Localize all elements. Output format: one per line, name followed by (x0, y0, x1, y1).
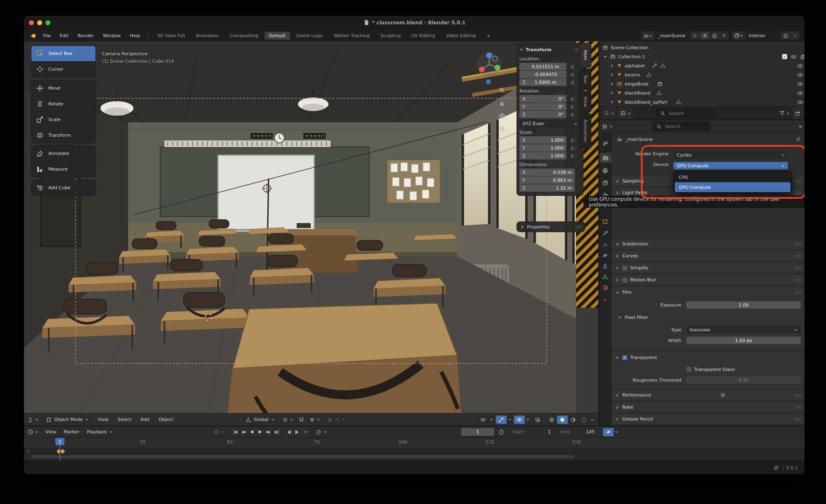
film-header[interactable]: Film (612, 288, 804, 297)
timeline-display-dropdown[interactable] (603, 428, 619, 436)
stopwatch-icon[interactable] (498, 429, 505, 435)
presets-sliders-icon[interactable] (720, 392, 726, 398)
workspace-tab-animation[interactable]: Animation (191, 32, 224, 40)
camera-visibility-icon[interactable] (800, 54, 805, 60)
snap-magnet-icon[interactable] (298, 416, 305, 423)
lock-icon[interactable] (570, 72, 575, 77)
pivot-dropdown[interactable] (280, 416, 296, 424)
motion-blur-checkbox[interactable] (622, 278, 627, 283)
scale-x-field[interactable]: X1.000 (519, 136, 567, 144)
section-subdivision[interactable]: Subdivision (612, 240, 805, 248)
view-layer-remove-button[interactable] (790, 31, 800, 40)
outliner-filter-image-dropdown[interactable] (618, 107, 633, 119)
eye-icon[interactable] (797, 99, 803, 105)
scene-pin-button[interactable] (690, 31, 700, 40)
viewport-menu-add[interactable]: Add (137, 417, 153, 422)
lock-icon[interactable] (570, 138, 575, 143)
section-motion-blur[interactable]: Motion Blur (612, 276, 805, 284)
sidebar-tab-animation[interactable]: Animation (579, 113, 591, 149)
outliner-row-beigebook[interactable]: beigeBook (599, 79, 805, 88)
keying-popover-button[interactable] (313, 428, 329, 436)
panel-grip[interactable] (795, 418, 801, 421)
step-options-dropdown[interactable] (301, 428, 309, 436)
gizmo-y-axis[interactable] (495, 65, 500, 71)
pan-hand-icon[interactable] (498, 100, 505, 107)
workspace-tab-default[interactable]: Default (264, 32, 290, 40)
shading-solid-button[interactable] (557, 416, 568, 424)
dimension-x-field[interactable]: X0.038 m (519, 169, 575, 176)
lock-icon[interactable] (570, 153, 575, 159)
rotation-z-field[interactable]: Z0° (519, 111, 567, 118)
sidebar-tab-tool[interactable]: Tool (579, 69, 591, 90)
gizmo-x-axis[interactable] (479, 67, 485, 72)
panel-grip[interactable] (795, 180, 801, 183)
outliner-row-scene-collection[interactable]: Scene Collection (599, 43, 805, 52)
workspace-tab-3d-view-full[interactable]: 3D View Full (152, 32, 189, 40)
outliner-display-mode-dropdown[interactable] (602, 107, 617, 119)
outliner-row-blackboard-uppart[interactable]: blackBoard_upPart (599, 97, 805, 107)
tool-add-cube[interactable]: Add Cube (31, 180, 95, 195)
dimension-z-field[interactable]: Z1.31 m (519, 184, 575, 192)
jump-to-end-button[interactable] (273, 428, 281, 436)
classroom-scene[interactable] (24, 41, 598, 426)
proportional-edit-dropdown[interactable] (324, 416, 348, 424)
lock-icon[interactable] (570, 96, 575, 102)
panel-grip[interactable] (795, 406, 801, 409)
viewport-menu-object[interactable]: Object (155, 417, 177, 422)
playhead[interactable]: 1 (55, 438, 64, 445)
tool-move[interactable]: Move (31, 81, 95, 96)
scale-y-field[interactable]: Y1.000 (519, 144, 567, 152)
properties-search[interactable] (652, 122, 711, 131)
rotation-y-field[interactable]: Y0° (519, 103, 567, 110)
view-layer-name[interactable]: interior (745, 31, 781, 40)
properties-subpanel-collapsed[interactable]: Properties (517, 221, 585, 232)
lock-icon[interactable] (570, 145, 575, 151)
outliner-search-input[interactable] (668, 110, 711, 116)
properties-search-input[interactable] (664, 124, 707, 130)
tool-rotate[interactable]: Rotate (31, 96, 95, 112)
new-collection-button[interactable] (793, 107, 803, 119)
panel-grip[interactable] (795, 278, 801, 282)
device-option-cpu[interactable]: CPU (675, 172, 790, 182)
outliner-row-blackboard[interactable]: blackBoard (599, 88, 805, 97)
mode-dropdown[interactable]: Object Mode (43, 416, 92, 424)
menu-edit[interactable]: Edit (55, 30, 73, 41)
grid-ortho-icon[interactable] (498, 125, 505, 132)
zoom-view-icon[interactable] (498, 87, 505, 94)
scene-copy-button[interactable] (710, 31, 719, 40)
pixel-filter-label[interactable]: Pixel Filter (625, 315, 648, 320)
visibility-dropdown[interactable] (478, 416, 494, 424)
eye-icon[interactable] (797, 81, 803, 87)
pin-icon[interactable] (795, 136, 801, 142)
tab-data-properties[interactable] (599, 272, 611, 282)
workspace-tab-compositing[interactable]: Compositing (225, 32, 263, 40)
panel-grip[interactable] (795, 242, 801, 246)
simplify-checkbox[interactable] (622, 266, 627, 271)
shading-wireframe-button[interactable] (546, 416, 557, 424)
add-workspace-button[interactable]: + (482, 32, 495, 40)
editor-type-button[interactable] (27, 416, 38, 423)
transform-panel-title[interactable]: Transform (526, 47, 552, 52)
timeline-menu-view[interactable]: View (42, 429, 60, 435)
auto-keying-button[interactable] (212, 428, 227, 436)
eye-icon[interactable] (797, 72, 803, 78)
tool-annotate[interactable]: Annotate (31, 146, 95, 162)
exposure-slider[interactable]: 1.00 (686, 301, 801, 309)
tab-physics-properties[interactable] (599, 250, 611, 260)
shading-options-dropdown[interactable] (589, 416, 595, 424)
shading-rendered-button[interactable] (578, 416, 589, 424)
tab-material-properties[interactable] (599, 283, 611, 292)
outliner-filter-dropdown[interactable] (779, 110, 790, 116)
gizmo-z-axis[interactable] (486, 52, 492, 58)
outliner-row-alphabet[interactable]: alphabet (599, 61, 805, 70)
lock-icon[interactable] (570, 112, 575, 117)
section-simplify[interactable]: Simplify (612, 264, 805, 272)
panel-grip[interactable] (795, 266, 801, 270)
tab-particle-properties[interactable] (599, 240, 611, 250)
filter-type-dropdown[interactable]: Gaussian (686, 326, 801, 333)
device-option-gpu-compute[interactable]: GPU Compute (675, 182, 790, 192)
minimize-window-button[interactable] (37, 20, 42, 25)
frame-start-field[interactable]: Start 1 (509, 428, 555, 436)
transparent-header[interactable]: ✓ Transparent (612, 353, 804, 362)
current-frame-field[interactable]: 1 (461, 428, 494, 436)
